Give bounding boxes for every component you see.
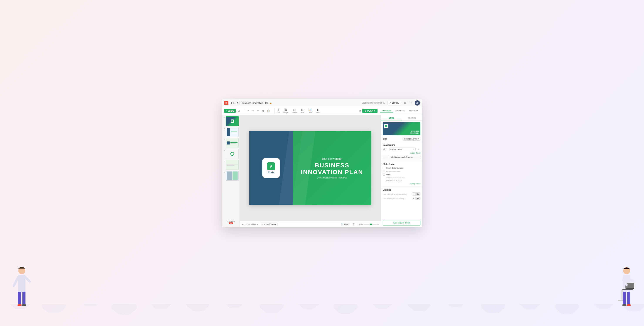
insert-table[interactable]: ⊞ Table: [299, 108, 305, 114]
toolbar: + SLIDE ⊞ ↩ ↪ ✂ ⧉ 📋 T Text 🖼 Image ⬡ Sha…: [222, 107, 422, 115]
footer-section-title: Slide Footer: [383, 163, 420, 165]
fill-row: Fill Follow Layout ▾ 👁: [383, 148, 420, 151]
panel-tabs: Slide Themes: [381, 115, 422, 121]
date-checkbox[interactable]: [383, 173, 385, 176]
visibility-icon[interactable]: 👁: [417, 148, 420, 151]
slide-navigation: ◀ 1 / 22 Slides ▶: [242, 223, 258, 226]
slide-thumb-2[interactable]: 2: [223, 127, 238, 137]
media-icon: ▶: [317, 108, 319, 111]
svg-point-20: [626, 304, 631, 306]
expand-icon[interactable]: ⊡: [351, 222, 356, 227]
slide-thumb-5[interactable]: 5: [223, 160, 238, 170]
lock-slide-toggle[interactable]: • No: [412, 197, 420, 200]
view-mode-button[interactable]: ⊡ Normal View ▾: [260, 223, 278, 226]
notes-button[interactable]: 📄 Notes: [341, 223, 350, 226]
tab-slide[interactable]: Slide: [381, 116, 402, 120]
chevron-down-icon: ▾: [414, 148, 414, 150]
play-chevron-icon: ▾: [374, 110, 375, 112]
file-menu[interactable]: FILE ▾: [230, 101, 240, 105]
canvas-container: Coris Your life watcher BUSINESS IN: [240, 115, 381, 221]
svg-rect-67: [558, 304, 576, 314]
slide-thumb-1[interactable]: 1: [223, 116, 238, 126]
slide-tagline: Your life watcher: [322, 157, 342, 160]
slide-thumb-6[interactable]: 6: [223, 171, 238, 181]
hide-slide-no[interactable]: No: [415, 193, 420, 195]
background-section: Background Fill Follow Layout ▾ 👁 Apply …: [381, 142, 422, 161]
fill-select[interactable]: Follow Layout ▾: [389, 148, 416, 151]
insert-media[interactable]: ▶ Media: [315, 108, 321, 114]
hide-background-button[interactable]: Hide Background Graphics: [383, 155, 420, 159]
options-title: Options: [383, 189, 420, 191]
zoom-thumb: [370, 224, 372, 225]
svg-point-7: [22, 304, 26, 306]
toolbar-separator-1: [244, 109, 244, 113]
redo-icon[interactable]: ↪: [250, 109, 255, 113]
footer-message-checkbox[interactable]: [383, 170, 385, 172]
slide-preview-4: [226, 149, 238, 159]
app-window: D FILE ▾ Business Innovation Plan 🔒 Last…: [222, 99, 422, 227]
svg-line-2: [14, 277, 18, 286]
date-row: Date: [383, 173, 420, 176]
svg-rect-46: [300, 304, 316, 309]
insert-image[interactable]: 🖼 Image: [282, 108, 289, 114]
zoom-out-icon[interactable]: −: [378, 223, 378, 226]
zoom-slider[interactable]: [364, 224, 377, 225]
paste-icon[interactable]: 📋: [266, 109, 271, 113]
slide-preview-1: [226, 116, 238, 126]
slide-canvas[interactable]: Coris Your life watcher BUSINESS IN: [249, 131, 371, 205]
logo-icon: [267, 162, 275, 170]
add-slide-button[interactable]: + SLIDE: [224, 109, 236, 113]
svg-rect-40: [227, 304, 242, 308]
next-slide-button[interactable]: ▶: [257, 223, 258, 226]
image-icon: 🖼: [284, 108, 287, 111]
grid-view-icon[interactable]: ⊞: [236, 109, 241, 113]
copy-icon[interactable]: ⧉: [261, 109, 266, 113]
hide-slide-yes[interactable]: •: [412, 193, 416, 195]
svg-rect-43: [263, 304, 280, 313]
templates-button[interactable]: Templates New: [224, 219, 238, 225]
share-button[interactable]: ⇗ Edit Master Slide SHARE: [387, 101, 401, 105]
tab-themes[interactable]: Themes: [402, 116, 422, 120]
slide-subtitle: Coris, Medical Watch Prototype: [301, 177, 363, 179]
insert-shape[interactable]: ⬡ Shape: [291, 108, 298, 114]
slide-thumb-4[interactable]: 4: [223, 149, 238, 159]
date-auto-placeholder: Update Automatically: [386, 177, 420, 179]
lock-slide-no[interactable]: No: [415, 197, 420, 200]
tab-review[interactable]: REVIEW: [407, 109, 420, 113]
apply-to-all-link[interactable]: Apply To All: [383, 152, 420, 154]
slide-thumb-3[interactable]: 3: [223, 138, 238, 148]
tab-animate[interactable]: ANIMATE: [393, 109, 407, 113]
footer-apply-to-all[interactable]: Apply To All: [383, 183, 420, 185]
lock-slide-row: Lock Slide(s) ( From Editing ) • No: [383, 197, 420, 200]
play-button[interactable]: ▶ PLAY ▾: [362, 109, 378, 113]
timer-icon[interactable]: ⏱: [358, 109, 362, 113]
slide-preview-5: [226, 160, 238, 170]
prev-slide-button[interactable]: ◀: [242, 223, 244, 226]
footer-section: Slide Footer Show Slide Number Footer Me…: [381, 161, 422, 187]
edit-master-button[interactable]: Edit Master Slide: [383, 220, 420, 226]
cut-icon[interactable]: ✂: [256, 109, 260, 113]
help-icon[interactable]: ?: [409, 100, 414, 106]
layout-row: Intro Change Layout ▾: [381, 137, 422, 142]
hide-slide-toggle[interactable]: • No: [412, 192, 420, 196]
toolbar-separator-2: [274, 108, 274, 114]
mail-icon[interactable]: ✉: [402, 100, 408, 106]
svg-line-14: [630, 280, 633, 282]
footer-message-label: Footer Message: [386, 170, 400, 172]
tab-format[interactable]: FORMAT: [380, 109, 393, 113]
avatar[interactable]: JD: [415, 100, 420, 106]
options-section: Options Hide Slide ( During Slideshow ) …: [381, 187, 422, 203]
show-slide-number-checkbox[interactable]: [383, 167, 385, 169]
presenter-left-figure: [12, 264, 32, 309]
play-arrow-icon: ▶: [365, 110, 366, 112]
insert-chart[interactable]: 📊 Chart: [307, 108, 313, 114]
insert-text[interactable]: T Text: [276, 108, 281, 114]
status-bar: ◀ 1 / 22 Slides ▶ ⊡ Normal View ▾ 📄 Note…: [240, 221, 381, 227]
svg-rect-17: [623, 292, 626, 305]
undo-icon[interactable]: ↩: [245, 109, 250, 113]
presenter-right-figure: [614, 264, 638, 309]
svg-rect-4: [18, 292, 21, 305]
change-layout-button[interactable]: Change Layout ▾: [402, 137, 420, 141]
show-slide-number-label: Show Slide Number: [386, 167, 404, 169]
lock-slide-yes[interactable]: •: [412, 197, 416, 200]
